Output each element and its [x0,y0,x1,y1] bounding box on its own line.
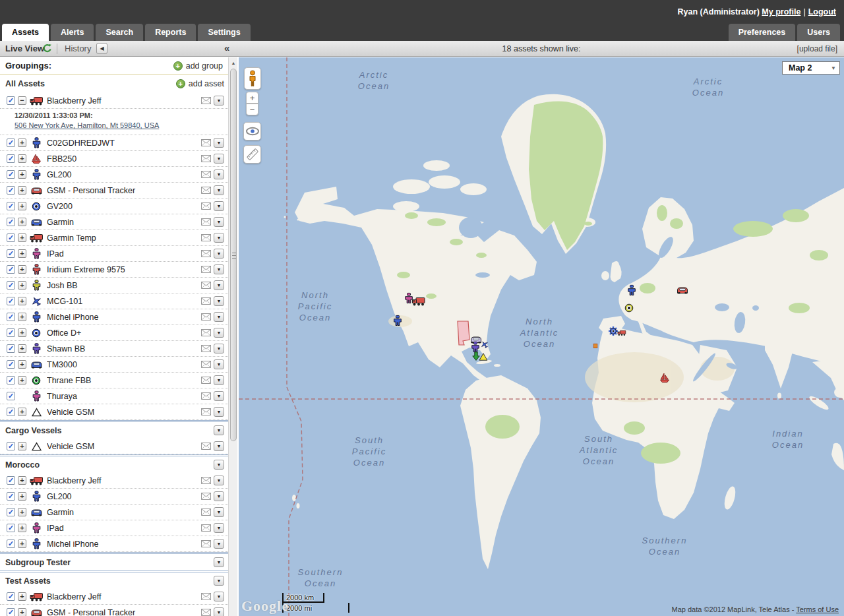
envelope-icon[interactable] [201,232,211,244]
tab-preferences[interactable]: Preferences [729,24,796,41]
expand-box[interactable]: + [18,170,26,179]
asset-checkbox[interactable]: ✓ [7,360,15,369]
map-marker-boat-red[interactable] [659,373,670,386]
map-type-select[interactable]: Map 2 ▼ [782,61,840,75]
envelope-icon[interactable] [201,591,211,603]
asset-menu-button[interactable]: ▼ [214,592,224,601]
asset-menu-button[interactable]: ▼ [214,185,224,195]
asset-checkbox[interactable]: ✓ [7,218,15,226]
envelope-icon[interactable] [201,491,211,503]
asset-checkbox[interactable]: ✓ [7,392,15,400]
tab-users[interactable]: Users [797,24,840,41]
envelope-icon[interactable] [201,522,211,534]
tab-reports[interactable]: Reports [145,24,196,41]
expand-box[interactable]: + [18,186,26,195]
tab-assets[interactable]: Assets [2,24,49,41]
asset-checkbox[interactable]: ✓ [7,139,15,147]
asset-menu-button[interactable]: ▼ [214,154,224,164]
envelope-icon[interactable] [201,169,211,181]
asset-menu-button[interactable]: ▼ [214,233,224,243]
expand-box[interactable]: + [18,328,26,337]
asset-checkbox[interactable]: ✓ [7,202,15,210]
asset-menu-button[interactable]: ▼ [214,441,224,451]
asset-checkbox[interactable]: ✓ [7,265,15,274]
envelope-icon[interactable] [201,538,211,550]
envelope-icon[interactable] [201,311,211,323]
live-view-label[interactable]: Live View [5,44,44,53]
asset-menu-button[interactable]: ▼ [214,201,224,211]
asset-checkbox[interactable]: ✓ [7,508,15,516]
envelope-icon[interactable] [201,475,211,487]
asset-menu-button[interactable]: ▼ [214,280,224,290]
detail-address-link[interactable]: 506 New York Ave, Hamilton, Mt 59840, US… [15,121,159,129]
group-menu-button[interactable]: ▼ [214,557,224,567]
refresh-icon[interactable] [42,44,53,57]
asset-menu-button[interactable]: ▼ [214,217,224,227]
terms-of-use-link[interactable]: Terms of Use [796,605,839,613]
envelope-icon[interactable] [201,359,211,371]
asset-checkbox[interactable]: ✓ [7,281,15,290]
asset-checkbox[interactable]: ✓ [7,376,15,385]
map-marker-ring-yellow[interactable] [624,303,634,315]
asset-checkbox[interactable]: ✓ [7,313,15,321]
asset-checkbox[interactable]: ✓ [7,328,15,337]
add-asset-button[interactable]: +add asset [176,79,224,88]
expand-box[interactable]: + [18,281,26,290]
history-label[interactable]: History [65,44,91,53]
asset-menu-button[interactable]: ▼ [214,312,224,322]
envelope-icon[interactable] [201,200,211,212]
asset-menu-button[interactable]: ▼ [214,344,224,354]
expand-box[interactable]: + [18,539,26,548]
asset-checkbox[interactable]: ✓ [7,297,15,305]
envelope-icon[interactable] [201,153,211,165]
history-back-button[interactable]: ◀ [96,43,107,54]
expand-box[interactable]: + [18,608,26,616]
tab-settings[interactable]: Settings [198,24,250,41]
expand-box[interactable]: + [18,265,26,274]
asset-checkbox[interactable]: ✓ [7,186,15,195]
tab-alerts[interactable]: Alerts [51,24,94,41]
asset-menu-button[interactable]: ▼ [214,491,224,501]
asset-menu-button[interactable]: ▼ [214,138,224,148]
group-menu-button[interactable]: ▼ [214,425,224,435]
expand-box[interactable]: + [18,360,26,369]
map-marker-warning-yellow[interactable] [479,352,488,363]
map-marker-person-blue[interactable] [627,285,637,299]
visibility-eye-button[interactable] [243,122,261,140]
envelope-icon[interactable] [201,327,211,339]
add-group-button[interactable]: + add group [173,61,223,71]
scrollbar-up-arrow[interactable]: ▲ [229,59,237,67]
map-marker-person-blue[interactable] [393,315,403,329]
asset-checkbox[interactable]: ✓ [7,408,15,416]
asset-menu-button[interactable]: ▼ [214,375,224,385]
asset-checkbox[interactable]: ✓ [7,492,15,501]
asset-menu-button[interactable]: ▼ [214,169,224,179]
expand-box[interactable]: + [18,249,26,258]
expand-box[interactable]: + [18,297,26,305]
my-profile-link[interactable]: My profile [762,7,800,16]
tab-search[interactable]: Search [96,24,143,41]
map-marker-dot-orange[interactable] [593,339,598,351]
asset-checkbox[interactable]: ✓ [7,608,15,616]
envelope-icon[interactable] [201,375,211,386]
asset-checkbox[interactable]: ✓ [7,476,15,485]
asset-checkbox[interactable]: ✓ [7,539,15,548]
sidebar-scrollbar[interactable]: ▲ [228,57,237,616]
asset-menu-button[interactable]: ▼ [214,476,224,485]
collapse-box[interactable]: − [18,96,26,105]
asset-menu-button[interactable]: ▼ [214,507,224,517]
asset-checkbox[interactable]: ✓ [7,344,15,353]
map-canvas[interactable]: ArcticOceanArcticOceanNorthPacificOceanN… [239,57,844,616]
asset-menu-button[interactable]: ▼ [214,607,224,616]
sidebar-collapse-button[interactable]: « [224,42,229,53]
envelope-icon[interactable] [201,607,211,616]
asset-checkbox[interactable]: ✓ [7,249,15,258]
envelope-icon[interactable] [201,137,211,149]
expand-box[interactable]: + [18,508,26,516]
asset-menu-button[interactable]: ▼ [214,407,224,417]
expand-box[interactable]: + [18,202,26,210]
envelope-icon[interactable] [201,295,211,307]
expand-box[interactable]: + [18,524,26,532]
envelope-icon[interactable] [201,406,211,418]
asset-menu-button[interactable]: ▼ [214,249,224,259]
